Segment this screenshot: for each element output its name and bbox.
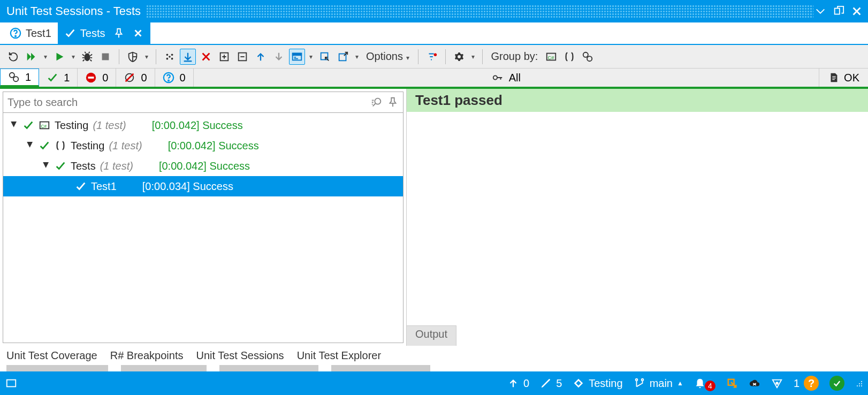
separator (119, 49, 119, 64)
node-name: Testing (71, 140, 104, 152)
svg-point-37 (861, 381, 862, 382)
check-circle-icon (829, 376, 844, 391)
tree-row-test[interactable]: Test1 [0:00.034] Success (3, 176, 403, 196)
show-output-dropdown[interactable]: ▾ (307, 53, 315, 60)
tab-test1[interactable]: Test1 (3, 22, 58, 44)
float-button[interactable] (832, 4, 846, 18)
warn-count: 1 (794, 377, 800, 390)
tree-row-namespace[interactable]: ▶ Testing (1 test) [0:00.042] Success (3, 135, 403, 156)
expand-icon[interactable]: ▶ (10, 121, 19, 129)
project-name: Testing (589, 377, 622, 390)
resize-grip-icon[interactable] (855, 379, 863, 387)
filter-unknown[interactable]: 0 (155, 69, 194, 87)
window-icon[interactable] (5, 377, 17, 389)
sync-up[interactable]: 0 (507, 377, 529, 390)
edits[interactable]: 5 (540, 377, 562, 390)
tab-tests[interactable]: Tests (58, 22, 150, 44)
filter-scope[interactable]: All (194, 69, 819, 87)
output-tab[interactable]: Output (407, 325, 456, 346)
coverage-dropdown[interactable]: ▾ (143, 53, 150, 60)
branch-indicator[interactable]: main▲ (634, 377, 683, 390)
svg-rect-4 (102, 53, 109, 60)
filter-count: 0 (180, 72, 186, 84)
repeat-button[interactable] (5, 49, 21, 65)
titlebar-grip[interactable] (146, 5, 813, 18)
filter-passed[interactable]: 1 (39, 69, 78, 87)
node-name: Testing (55, 119, 88, 132)
node-name: Tests (71, 160, 96, 172)
svg-point-5 (166, 54, 169, 56)
notifications[interactable]: 4 (694, 375, 715, 391)
cloud-icon[interactable] (749, 377, 760, 389)
export-dropdown[interactable]: ▾ (353, 53, 361, 60)
up-count: 0 (523, 377, 529, 390)
search-icon[interactable] (371, 96, 383, 108)
filter-failed[interactable]: 0 (78, 69, 116, 87)
search-input[interactable] (7, 96, 367, 109)
collapse-all-button[interactable] (234, 49, 250, 65)
project-indicator[interactable]: Testing (573, 377, 622, 390)
live-share-icon[interactable] (771, 377, 783, 389)
close-tab-icon[interactable] (132, 27, 144, 39)
svg-point-36 (776, 382, 778, 384)
track-button[interactable] (162, 49, 178, 65)
check-icon (22, 119, 34, 131)
window-controls (813, 4, 864, 18)
expand-icon[interactable]: ▶ (42, 162, 51, 170)
group-namespace-button[interactable] (561, 49, 577, 65)
remove-button[interactable] (198, 49, 214, 65)
settings-dropdown[interactable]: ▾ (469, 53, 477, 60)
expand-icon[interactable]: ▶ (26, 142, 35, 149)
tool-window-tabs: Unit Test Coverage R# Breakpoints Unit T… (0, 346, 868, 365)
import-button[interactable] (317, 49, 333, 65)
autoscroll-button[interactable] (180, 49, 196, 65)
question-icon (163, 72, 174, 83)
svg-point-3 (85, 53, 90, 61)
run-all-dropdown[interactable]: ▾ (42, 53, 49, 60)
run-all-button[interactable] (24, 49, 40, 65)
stop-button[interactable] (97, 49, 113, 65)
run-button[interactable] (51, 49, 67, 65)
group-class-button[interactable] (580, 49, 596, 65)
filter-button[interactable] (424, 49, 440, 65)
prev-button[interactable] (253, 49, 269, 65)
tab-label: Test1 (26, 27, 51, 40)
tab-breakpoints[interactable]: R# Breakpoints (110, 347, 184, 364)
filter-ignored[interactable]: 0 (116, 69, 155, 87)
group-project-button[interactable]: C# (543, 49, 559, 65)
minimize-button[interactable] (813, 4, 827, 18)
svg-point-42 (861, 385, 862, 386)
filter-total[interactable]: 1 (0, 69, 39, 87)
next-button[interactable] (271, 49, 287, 65)
pin-icon[interactable] (387, 96, 399, 108)
branch-name: main (650, 377, 673, 390)
search-box[interactable] (3, 92, 403, 113)
key-icon (492, 72, 504, 83)
debug-button[interactable] (79, 49, 95, 65)
feedback-icon[interactable] (726, 377, 738, 389)
svg-point-9 (169, 56, 171, 58)
warnings[interactable]: 1? (794, 376, 819, 391)
run-dropdown[interactable]: ▾ (70, 53, 77, 60)
tab-explorer[interactable]: Unit Test Explorer (297, 347, 381, 364)
coverage-button[interactable] (125, 49, 141, 65)
close-button[interactable] (850, 4, 864, 18)
separator (482, 49, 483, 64)
tree-row-class[interactable]: ▶ Tests (1 test) [0:00.042] Success (3, 156, 403, 176)
tab-coverage[interactable]: Unit Test Coverage (6, 347, 97, 364)
settings-button[interactable] (451, 49, 467, 65)
export-button[interactable] (335, 49, 351, 65)
show-output-button[interactable] (289, 49, 305, 65)
options-button[interactable]: Options ▾ (363, 50, 413, 63)
filter-bar: 1 1 0 0 0 All OK (0, 69, 868, 89)
expand-all-button[interactable] (216, 49, 232, 65)
ignored-icon (124, 72, 135, 83)
groupby-label: Group by: (488, 50, 542, 63)
tab-sessions[interactable]: Unit Test Sessions (196, 347, 284, 364)
tree-row-project[interactable]: ▶ C# Testing (1 test) [0:00.042] Success (3, 115, 403, 135)
separator (156, 49, 156, 64)
filter-count: 0 (102, 72, 108, 84)
pin-icon[interactable] (113, 27, 125, 39)
check-icon (75, 180, 87, 192)
analysis-ok[interactable] (829, 376, 844, 391)
